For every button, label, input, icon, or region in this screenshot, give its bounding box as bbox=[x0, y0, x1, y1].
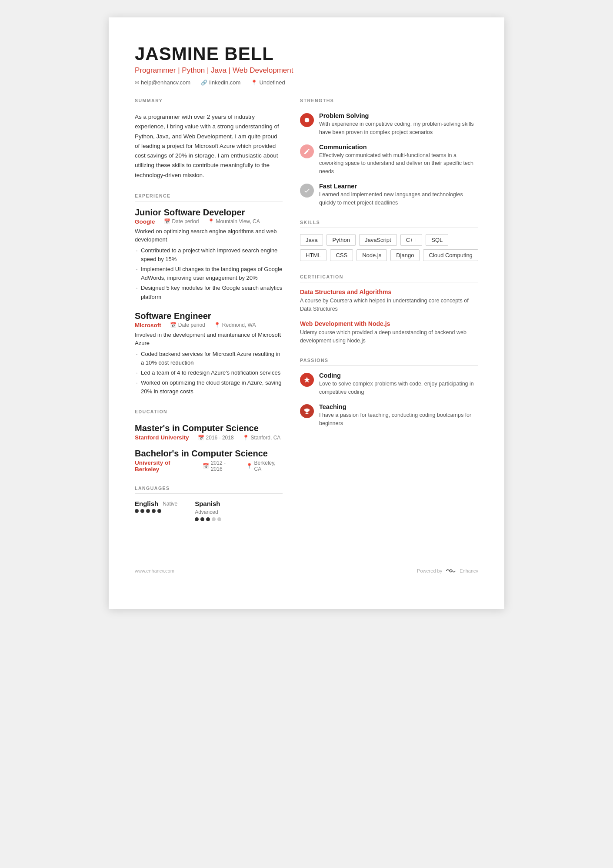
strength-desc-1: With experience in competitive coding, m… bbox=[319, 120, 478, 137]
communication-icon bbox=[303, 148, 310, 155]
edu-loc-2: 📍 Berkeley, CA bbox=[246, 460, 283, 472]
dot-s-2 bbox=[200, 517, 204, 521]
exp-meta-1: Google 📅 Date period 📍 Mountain View, CA bbox=[135, 218, 283, 225]
education-section: EDUCATION Master's in Computer Science S… bbox=[135, 409, 283, 473]
job-title-1: Junior Software Developer bbox=[135, 208, 283, 218]
exp-bullets-1: Contributed to a project which improved … bbox=[135, 246, 283, 302]
exp-desc-1: Worked on optimizing search engine algor… bbox=[135, 227, 283, 244]
dot-e-2 bbox=[140, 509, 144, 513]
email-text: help@enhancv.com bbox=[141, 79, 190, 86]
resume-page: JASMINE BELL Programmer | Python | Java … bbox=[109, 17, 504, 609]
email-contact: ✉ help@enhancv.com bbox=[135, 79, 190, 86]
location-contact: 📍 Undefined bbox=[251, 79, 285, 86]
skill-css: CSS bbox=[330, 249, 353, 261]
lang-name-spanish: Spanish bbox=[195, 500, 220, 507]
strength-icon-wrap-1 bbox=[300, 113, 314, 127]
strengths-label: STRENGTHS bbox=[300, 98, 478, 106]
strength-desc-3: Learned and implemented new languages an… bbox=[319, 191, 478, 207]
skill-python: Python bbox=[326, 234, 355, 246]
school-2: University of Berkeley bbox=[135, 459, 194, 473]
pin-icon-2: 📍 bbox=[214, 322, 220, 328]
languages-label: LANGUAGES bbox=[135, 486, 283, 494]
candidate-name: JASMINE BELL bbox=[135, 44, 478, 64]
education-item-2: Bachelor's in Computer Science Universit… bbox=[135, 449, 283, 473]
header: JASMINE BELL Programmer | Python | Java … bbox=[135, 44, 478, 86]
company-2: Microsoft bbox=[135, 322, 161, 328]
location-1: 📍 Mountain View, CA bbox=[208, 218, 260, 225]
languages-section: LANGUAGES English Native bbox=[135, 486, 283, 521]
certification-label: CERTIFICATION bbox=[300, 274, 478, 282]
skills-section: SKILLS Java Python JavaScript C++ SQL HT… bbox=[300, 220, 478, 261]
dot-s-3 bbox=[206, 517, 210, 521]
dot-e-1 bbox=[135, 509, 139, 513]
candidate-title: Programmer | Python | Java | Web Develop… bbox=[135, 66, 478, 75]
language-item-spanish: Spanish Advanced bbox=[195, 500, 221, 521]
fast-learner-icon bbox=[303, 187, 310, 194]
skill-nodejs: Node.js bbox=[356, 249, 387, 261]
degree-2: Bachelor's in Computer Science bbox=[135, 449, 283, 459]
main-content: SUMMARY As a programmer with over 2 year… bbox=[135, 98, 478, 534]
bullet-1-1: Contributed to a project which improved … bbox=[135, 246, 283, 264]
email-icon: ✉ bbox=[135, 80, 139, 86]
company-1: Google bbox=[135, 218, 155, 225]
linkedin-text: linkedin.com bbox=[209, 79, 240, 86]
date-1: 📅 Date period bbox=[164, 218, 199, 225]
strength-item-3: Fast Learner Learned and implemented new… bbox=[300, 183, 478, 207]
education-label: EDUCATION bbox=[135, 409, 283, 417]
strength-item-2: Communication Effectively communicated w… bbox=[300, 144, 478, 176]
language-item-english: English Native bbox=[135, 500, 177, 521]
edu-date-1: 📅 2016 - 2018 bbox=[198, 435, 234, 441]
exp-meta-2: Microsoft 📅 Date period 📍 Redmond, WA bbox=[135, 322, 283, 328]
date-2: 📅 Date period bbox=[170, 322, 205, 328]
cert-desc-2: Udemy course which provided a deep under… bbox=[300, 328, 478, 345]
edu-pin-2: 📍 bbox=[246, 463, 253, 469]
dot-s-4 bbox=[212, 517, 216, 521]
degree-1: Master's in Computer Science bbox=[135, 423, 283, 433]
footer-website: www.enhancv.com bbox=[135, 568, 174, 573]
strength-item-1: Problem Solving With experience in compe… bbox=[300, 112, 478, 137]
summary-text: As a programmer with over 2 years of ind… bbox=[135, 112, 283, 180]
lang-level-english: Native bbox=[163, 501, 177, 507]
passions-section: PASSIONS Coding Love to solve complex pr… bbox=[300, 358, 478, 427]
lang-level-spanish: Advanced bbox=[195, 509, 218, 515]
strengths-section: STRENGTHS Problem Solving With experienc… bbox=[300, 98, 478, 207]
passion-icon-wrap-2 bbox=[300, 404, 314, 418]
edu-pin-1: 📍 bbox=[243, 435, 249, 441]
teaching-passion-icon bbox=[303, 408, 310, 415]
calendar-icon-1: 📅 bbox=[164, 218, 170, 225]
languages-row: English Native bbox=[135, 500, 283, 521]
edu-loc-1: 📍 Stanford, CA bbox=[243, 435, 281, 441]
skill-cpp: C++ bbox=[400, 234, 423, 246]
cert-desc-1: A course by Coursera which helped in und… bbox=[300, 297, 478, 313]
experience-section: EXPERIENCE Junior Software Developer Goo… bbox=[135, 193, 283, 396]
dot-e-3 bbox=[146, 509, 150, 513]
svg-point-0 bbox=[305, 118, 310, 123]
pin-icon-1: 📍 bbox=[208, 218, 214, 225]
bullet-2-2: Led a team of 4 to redesign Azure's noti… bbox=[135, 369, 283, 377]
school-1: Stanford University bbox=[135, 434, 189, 441]
summary-section: SUMMARY As a programmer with over 2 year… bbox=[135, 98, 283, 180]
contact-row: ✉ help@enhancv.com 🔗 linkedin.com 📍 Unde… bbox=[135, 79, 478, 86]
location-icon: 📍 bbox=[251, 80, 257, 86]
skills-grid: Java Python JavaScript C++ SQL HTML CSS … bbox=[300, 234, 478, 261]
strength-icon-wrap-3 bbox=[300, 184, 314, 198]
strength-title-1: Problem Solving bbox=[319, 112, 478, 119]
left-column: SUMMARY As a programmer with over 2 year… bbox=[135, 98, 283, 534]
cert-item-1: Data Structures and Algorithms A course … bbox=[300, 288, 478, 313]
skill-django: Django bbox=[390, 249, 420, 261]
brand-name: Enhancv bbox=[460, 568, 478, 573]
strength-desc-2: Effectively communicated with multi-func… bbox=[319, 151, 478, 176]
edu-meta-1: Stanford University 📅 2016 - 2018 📍 Stan… bbox=[135, 434, 283, 441]
bullet-1-3: Designed 5 key modules for the Google se… bbox=[135, 284, 283, 301]
edu-meta-2: University of Berkeley 📅 2012 - 2016 📍 B… bbox=[135, 459, 283, 473]
dot-s-1 bbox=[195, 517, 199, 521]
coding-passion-icon bbox=[303, 376, 310, 383]
cert-item-2: Web Development with Node.js Udemy cours… bbox=[300, 320, 478, 345]
skill-sql: SQL bbox=[426, 234, 448, 246]
strength-title-2: Communication bbox=[319, 144, 478, 151]
link-icon: 🔗 bbox=[201, 80, 207, 86]
problem-solving-icon bbox=[303, 117, 310, 124]
calendar-icon-2: 📅 bbox=[170, 322, 177, 328]
education-item-1: Master's in Computer Science Stanford Un… bbox=[135, 423, 283, 441]
passion-title-1: Coding bbox=[319, 372, 478, 379]
